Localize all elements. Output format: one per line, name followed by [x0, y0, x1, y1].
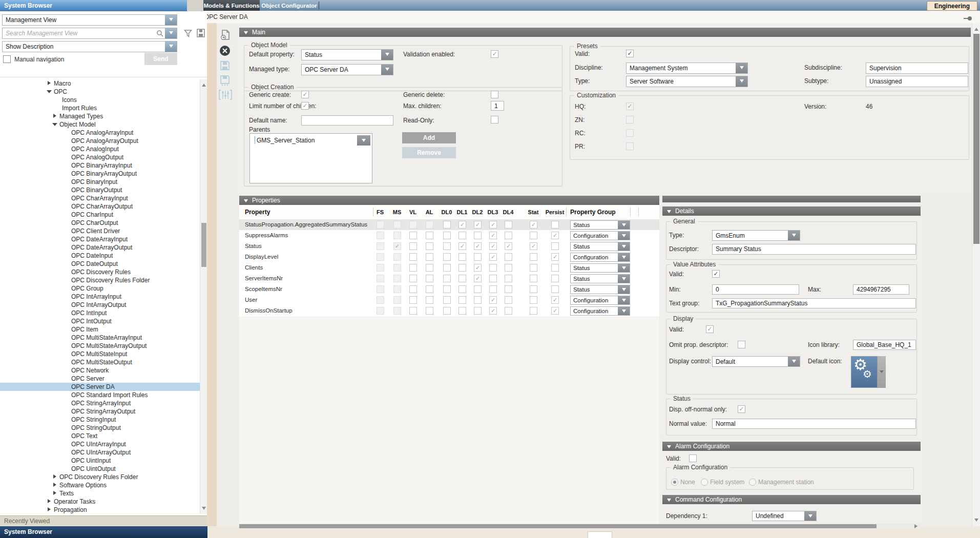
- property-checkbox-DL3[interactable]: [489, 285, 497, 293]
- property-checkbox-Persist[interactable]: [551, 232, 559, 239]
- descriptor-input[interactable]: Summary Status: [712, 244, 916, 255]
- tree-item[interactable]: Texts: [0, 489, 200, 498]
- property-checkbox-DL1[interactable]: [458, 264, 466, 272]
- column-header-DL1[interactable]: DL1: [457, 209, 468, 215]
- chevron-down-icon[interactable]: [736, 76, 747, 87]
- chevron-down-icon[interactable]: [357, 135, 370, 146]
- collapsed-arrow-icon[interactable]: [47, 499, 52, 504]
- chevron-down-icon[interactable]: [618, 221, 630, 229]
- tree-scrollbar-thumb[interactable]: [201, 223, 206, 267]
- property-checkbox-DL1[interactable]: [458, 285, 466, 293]
- properties-section-header[interactable]: Properties: [239, 196, 659, 205]
- property-checkbox-DL4[interactable]: [505, 221, 512, 229]
- tree-item[interactable]: OPC DateOutput: [0, 260, 200, 268]
- property-checkbox-DL2[interactable]: [474, 242, 482, 250]
- presets-valid-checkbox[interactable]: [626, 50, 634, 57]
- property-checkbox-AL[interactable]: [426, 296, 433, 304]
- property-checkbox-Stat[interactable]: [530, 264, 537, 272]
- min-input[interactable]: 0: [712, 284, 799, 295]
- tree-item[interactable]: OPC DateArrayInput: [0, 235, 200, 243]
- type-detail-select[interactable]: GmsEnum: [712, 230, 800, 241]
- property-checkbox-Persist[interactable]: [551, 242, 559, 250]
- chevron-down-icon[interactable]: [165, 28, 177, 38]
- tab-models-functions[interactable]: Models & Functions: [203, 0, 260, 11]
- tree-item[interactable]: OPC StringOutput: [0, 424, 200, 432]
- property-checkbox-DL1[interactable]: [458, 253, 466, 261]
- tree-item[interactable]: OPC IntArrayInput: [0, 293, 200, 301]
- chevron-down-icon[interactable]: [165, 15, 177, 25]
- property-checkbox-Persist[interactable]: [551, 307, 559, 315]
- property-group-select[interactable]: Status: [570, 263, 630, 273]
- property-checkbox-DL4[interactable]: [505, 253, 512, 261]
- chevron-down-icon[interactable]: [736, 63, 747, 73]
- dependency-select[interactable]: Undefined: [752, 511, 817, 521]
- property-group-select[interactable]: Status: [570, 274, 630, 283]
- property-checkbox-Stat[interactable]: [530, 221, 537, 229]
- chevron-down-icon[interactable]: [788, 231, 800, 240]
- property-checkbox-DL3[interactable]: [489, 296, 497, 304]
- tree-item[interactable]: OPC UIntArrayOutput: [0, 448, 200, 457]
- save-view-icon[interactable]: [196, 28, 205, 40]
- display-control-select[interactable]: Default: [712, 356, 800, 367]
- property-checkbox-Stat[interactable]: [530, 296, 537, 304]
- column-header-DL3[interactable]: DL3: [488, 209, 498, 215]
- property-checkbox-DL1[interactable]: [458, 275, 466, 282]
- add-button[interactable]: Add: [402, 132, 456, 143]
- property-row[interactable]: StatusStatus: [239, 241, 659, 252]
- property-checkbox-DL0[interactable]: [443, 307, 451, 315]
- chevron-down-icon[interactable]: [618, 296, 630, 304]
- tree-item[interactable]: OPC UIntArrayInput: [0, 440, 200, 448]
- collapsed-arrow-icon[interactable]: [53, 483, 57, 488]
- expanded-arrow-icon[interactable]: [47, 89, 52, 94]
- column-header-property-group[interactable]: Property Group: [570, 209, 616, 216]
- property-checkbox-VL[interactable]: [409, 242, 417, 250]
- property-group-select[interactable]: Configuration: [570, 306, 630, 316]
- property-checkbox-VL[interactable]: [409, 232, 417, 239]
- chevron-down-icon[interactable]: [618, 232, 630, 240]
- vertical-scrollbar-thumb[interactable]: [973, 34, 979, 244]
- property-checkbox-VL[interactable]: [409, 253, 417, 261]
- tree-item[interactable]: OPC Discovery Rules Folder: [0, 473, 200, 481]
- property-checkbox-DL0[interactable]: [443, 264, 451, 272]
- property-checkbox-DL0[interactable]: [443, 296, 451, 304]
- tree-item[interactable]: OPC BinaryArrayInput: [0, 161, 200, 170]
- tree-item[interactable]: OPC Server: [0, 375, 200, 383]
- managed-type-select[interactable]: OPC Server DA: [301, 64, 393, 75]
- collapsed-arrow-icon[interactable]: [47, 81, 52, 86]
- property-checkbox-DL0[interactable]: [443, 242, 451, 250]
- column-header-DL0[interactable]: DL0: [442, 209, 452, 215]
- property-checkbox-DL4[interactable]: [505, 307, 512, 315]
- tree-item[interactable]: OPC IntInput: [0, 309, 200, 317]
- tree-item[interactable]: OPC Item: [0, 325, 200, 334]
- tree-item[interactable]: OPC Client Driver: [0, 227, 200, 235]
- property-checkbox-Stat[interactable]: [530, 253, 537, 261]
- tree-item[interactable]: Object Model: [0, 120, 200, 129]
- property-checkbox-DL2[interactable]: [474, 307, 482, 315]
- property-checkbox-Stat[interactable]: [530, 285, 537, 293]
- icon-library-input[interactable]: Global_Base_HQ_1: [853, 340, 916, 350]
- chevron-down-icon[interactable]: [381, 50, 393, 60]
- property-checkbox-DL3[interactable]: [489, 253, 497, 261]
- chevron-down-icon[interactable]: [804, 511, 816, 521]
- chevron-down-icon[interactable]: [165, 42, 177, 52]
- discard-icon[interactable]: [219, 45, 231, 58]
- property-checkbox-DL3[interactable]: [489, 242, 497, 250]
- taskbar-item[interactable]: [588, 531, 612, 538]
- property-checkbox-DL3[interactable]: [489, 264, 497, 272]
- property-checkbox-DL0[interactable]: [443, 275, 451, 282]
- property-row[interactable]: ScopeItemsNrStatus: [239, 284, 659, 295]
- tree-item[interactable]: OPC AnalogOutput: [0, 153, 200, 161]
- tree-item[interactable]: OPC CharArrayInput: [0, 194, 200, 202]
- property-checkbox-DL0[interactable]: [443, 221, 451, 229]
- default-icon-dropdown[interactable]: [878, 356, 886, 388]
- property-checkbox-AL[interactable]: [426, 285, 433, 293]
- property-group-select[interactable]: Configuration: [570, 231, 630, 240]
- property-checkbox-Persist[interactable]: [551, 264, 559, 272]
- details-section-header[interactable]: Details: [662, 206, 921, 216]
- pin-icon[interactable]: [964, 16, 972, 20]
- tree-item[interactable]: OPC BinaryOutput: [0, 186, 200, 194]
- column-header-Stat[interactable]: Stat: [528, 209, 539, 215]
- property-checkbox-Stat[interactable]: [530, 232, 537, 239]
- tree-item[interactable]: OPC BinaryArrayOutput: [0, 170, 200, 178]
- property-checkbox-VL[interactable]: [409, 307, 417, 315]
